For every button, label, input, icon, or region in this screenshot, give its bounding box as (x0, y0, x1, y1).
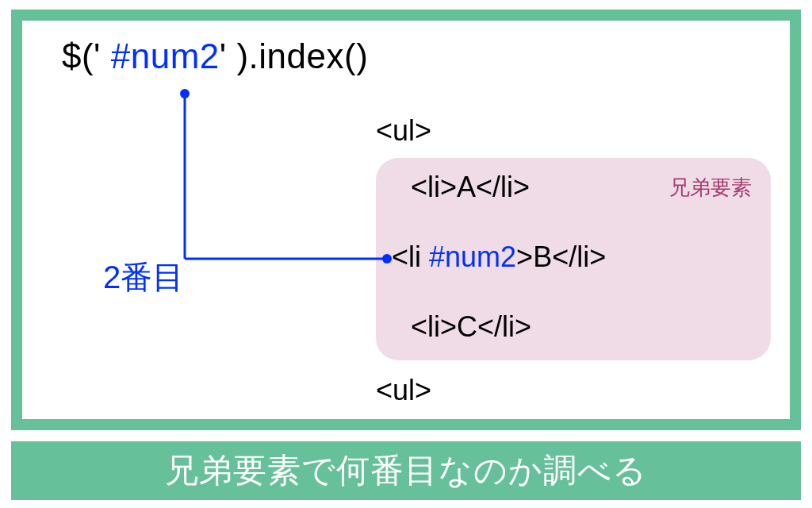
footer-caption: 兄弟要素で何番目なのか調べる (11, 441, 801, 500)
diagram-frame: $(' #num2' ).index() <ul> 兄弟要素 <li>A</li… (11, 10, 801, 430)
li-item-c: <li>C</li> (411, 310, 531, 344)
code-prefix: $(' (62, 37, 111, 75)
code-suffix: ' ).index() (220, 37, 369, 75)
svg-point-2 (180, 89, 190, 98)
siblings-box: 兄弟要素 <li>A</li> <li #num2>B</li> <li>C</… (376, 158, 771, 360)
jquery-code-line: $(' #num2' ).index() (62, 37, 368, 76)
result-label: 2番目 (103, 256, 184, 299)
li-b-close: >B</li> (516, 241, 606, 273)
li-b-open: <li (392, 241, 429, 273)
siblings-label: 兄弟要素 (669, 174, 752, 202)
ul-open-tag: <ul> (376, 114, 431, 148)
code-selector: #num2 (111, 37, 220, 75)
li-item-b: <li #num2>B</li> (392, 241, 606, 274)
li-b-id: #num2 (429, 241, 516, 273)
li-item-a: <li>A</li> (411, 171, 530, 204)
ul-close-tag: <ul> (376, 374, 431, 407)
